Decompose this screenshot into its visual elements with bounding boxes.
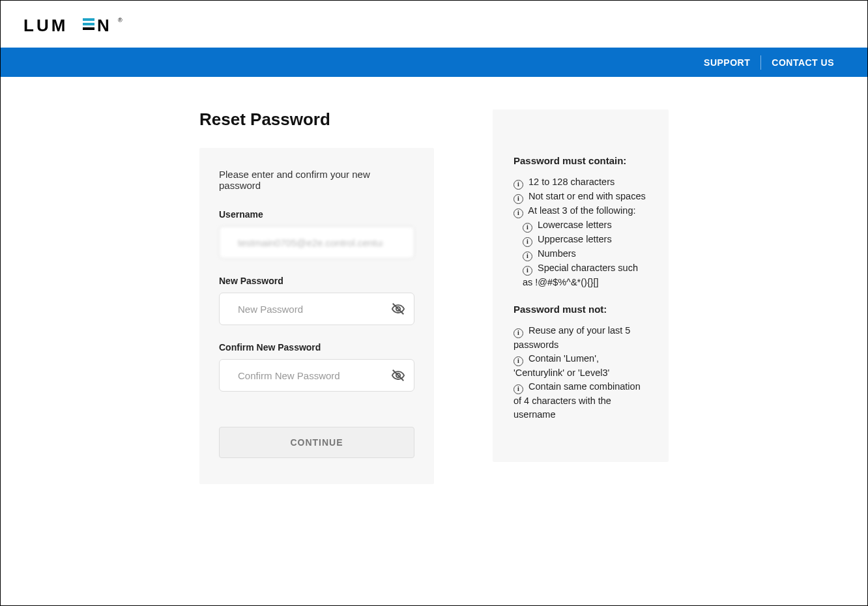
must-not-title: Password must not: (514, 304, 648, 315)
info-icon (523, 237, 532, 247)
rule-sub-item: Uppercase letters (514, 233, 648, 247)
rule-item: 12 to 128 characters (514, 175, 648, 190)
confirm-password-input[interactable] (219, 359, 414, 392)
svg-text:LUM: LUM (23, 17, 68, 35)
rule-item: Reuse any of your last 5 passwords (514, 324, 648, 352)
username-field-group: Username (219, 209, 414, 259)
rule-item: Not start or end with spaces (514, 190, 648, 204)
must-contain-title: Password must contain: (514, 155, 648, 166)
header: LUM N ® (1, 1, 867, 48)
info-icon (514, 328, 523, 338)
svg-rect-3 (83, 27, 94, 30)
info-icon (514, 356, 523, 366)
password-rules-panel: Password must contain: 12 to 128 charact… (493, 109, 669, 462)
eye-off-icon[interactable] (391, 368, 405, 382)
svg-rect-2 (83, 23, 94, 25)
info-icon (514, 384, 523, 394)
rule-sub-item: Lowercase letters (514, 218, 648, 233)
rule-item: At least 3 of the following: (514, 204, 648, 218)
must-not-list: Reuse any of your last 5 passwords Conta… (514, 324, 648, 422)
form-column: Reset Password Please enter and confirm … (199, 109, 434, 484)
lumen-logo: LUM N ® (23, 17, 845, 38)
info-icon (523, 252, 532, 261)
rule-sub-item: Special characters such as !@#$%^&*(){}[… (514, 261, 648, 289)
info-icon (514, 194, 523, 204)
svg-rect-1 (83, 18, 94, 21)
username-input[interactable] (219, 226, 414, 259)
rule-sub-item: Numbers (514, 247, 648, 261)
eye-off-icon[interactable] (391, 302, 405, 316)
page-title: Reset Password (199, 109, 434, 130)
username-label: Username (219, 209, 414, 220)
info-icon (523, 223, 532, 233)
main-content: Reset Password Please enter and confirm … (1, 77, 867, 484)
confirm-password-label: Confirm New Password (219, 342, 414, 353)
new-password-label: New Password (219, 276, 414, 286)
continue-button[interactable]: CONTINUE (219, 427, 414, 458)
svg-text:®: ® (118, 17, 123, 23)
info-icon (523, 266, 532, 276)
support-link[interactable]: SUPPORT (693, 57, 760, 68)
rule-item: Contain 'Lumen', 'Centurylink' or 'Level… (514, 352, 648, 380)
info-icon (514, 180, 523, 190)
form-panel: Please enter and confirm your new passwo… (199, 148, 434, 484)
contact-us-link[interactable]: CONTACT US (761, 57, 845, 68)
form-instruction: Please enter and confirm your new passwo… (219, 169, 414, 191)
new-password-input[interactable] (219, 293, 414, 325)
svg-text:N: N (97, 17, 112, 35)
must-contain-list: 12 to 128 characters Not start or end wi… (514, 175, 648, 289)
rule-item: Contain same combination of 4 characters… (514, 380, 648, 422)
info-icon (514, 209, 523, 218)
new-password-field-group: New Password (219, 276, 414, 325)
confirm-password-field-group: Confirm New Password (219, 342, 414, 392)
nav-bar: SUPPORT CONTACT US (1, 48, 867, 77)
